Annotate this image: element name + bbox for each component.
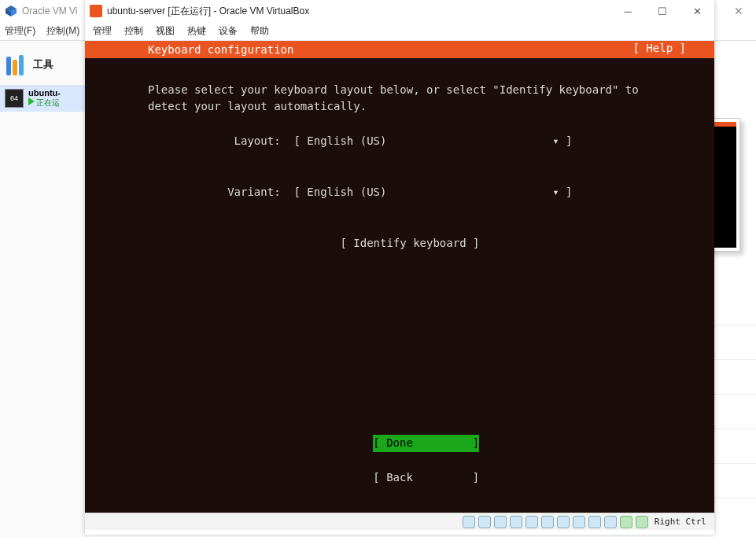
virtualbox-icon xyxy=(5,5,17,17)
vm-menu-manage[interactable]: 管理 xyxy=(93,24,112,38)
variant-select[interactable]: [ English (US) ▾ ] xyxy=(293,186,572,198)
vm-menu-devices[interactable]: 设备 xyxy=(219,24,238,38)
manager-title: Oracle VM Vi xyxy=(22,6,77,17)
hd-activity-icon[interactable] xyxy=(463,516,475,528)
variant-label: Variant: xyxy=(148,186,293,198)
vm-statusbar: Right Ctrl xyxy=(85,513,714,530)
network-icon[interactable] xyxy=(510,516,522,528)
vm-menu-input[interactable]: 热键 xyxy=(187,24,206,38)
installer-instruction-l2: detect your layout automatically. xyxy=(148,100,367,112)
keyboard-capture-icon[interactable] xyxy=(620,516,632,528)
installer-instruction-l1: Please select your keyboard layout below… xyxy=(148,83,639,96)
layout-select[interactable]: [ English (US) ▾ ] xyxy=(293,134,572,147)
vm-state: 正在运 xyxy=(36,98,60,107)
mouse-integration-icon[interactable] xyxy=(604,516,617,528)
sidebar-vm-entry[interactable]: 64 ubuntu- 正在运 xyxy=(0,85,86,112)
installer-footer: [ Done ] [ Back ] xyxy=(85,418,714,503)
installer-title: Keyboard configuration xyxy=(148,43,293,56)
installer-help-button[interactable]: [ Help ] xyxy=(633,42,686,54)
vm-os-icon: 64 xyxy=(5,89,24,108)
vm-menu-control[interactable]: 控制 xyxy=(124,24,143,38)
optical-activity-icon[interactable] xyxy=(478,516,491,528)
back-button[interactable]: [ Back ] xyxy=(373,469,479,487)
display-icon[interactable] xyxy=(557,516,570,528)
vm-menu-view[interactable]: 视图 xyxy=(156,24,175,38)
shared-folders-icon[interactable] xyxy=(541,516,554,528)
vm-framebuffer[interactable]: Keyboard configuration [ Help ] Please s… xyxy=(85,41,714,513)
running-icon xyxy=(28,97,35,105)
vm-close-button[interactable]: ✕ xyxy=(680,0,714,22)
sidebar-tools[interactable]: 工具 xyxy=(0,49,86,80)
tools-icon xyxy=(6,53,28,75)
manager-sidebar: 工具 64 ubuntu- 正在运 xyxy=(0,41,87,537)
vm-window-title: ubuntu-server [正在运行] - Oracle VM Virtual… xyxy=(107,5,309,18)
ubuntu-icon xyxy=(90,5,102,17)
done-button[interactable]: [ Done ] xyxy=(373,435,479,452)
audio-icon[interactable] xyxy=(494,516,507,528)
recording-icon[interactable] xyxy=(573,516,585,528)
identify-keyboard-button[interactable]: [ Identify keyboard ] xyxy=(148,235,651,252)
vm-window: ubuntu-server [正在运行] - Oracle VM Virtual… xyxy=(85,0,714,535)
cpu-icon[interactable] xyxy=(588,516,601,528)
usb-icon[interactable] xyxy=(526,516,538,528)
vm-minimize-button[interactable]: ─ xyxy=(610,0,645,22)
hostkey-label: Right Ctrl xyxy=(651,517,710,527)
vm-maximize-button[interactable]: ☐ xyxy=(645,0,680,22)
vm-menu-help[interactable]: 帮助 xyxy=(250,24,269,38)
layout-label: Layout: xyxy=(148,134,293,147)
manager-close-button[interactable]: ✕ xyxy=(721,0,756,22)
manager-menu-file[interactable]: 管理(F) xyxy=(5,24,35,38)
vm-menubar: 管理 控制 视图 热键 设备 帮助 xyxy=(85,22,714,41)
installer-header: Keyboard configuration [ Help ] xyxy=(85,41,714,58)
manager-menu-machine[interactable]: 控制(M) xyxy=(46,24,79,38)
vm-name: ubuntu- xyxy=(28,88,61,97)
vm-titlebar[interactable]: ubuntu-server [正在运行] - Oracle VM Virtual… xyxy=(85,0,714,22)
tools-label: 工具 xyxy=(33,57,53,72)
hostkey-indicator-icon[interactable] xyxy=(636,516,648,528)
